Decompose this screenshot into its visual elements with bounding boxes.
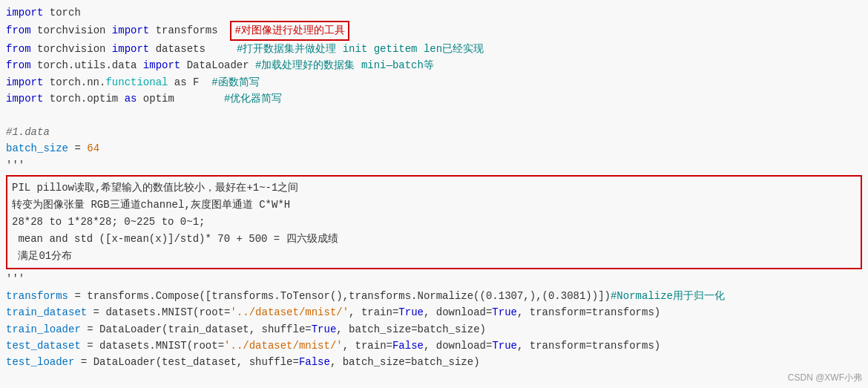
mod-optim: torch.optim xyxy=(50,91,125,107)
mod-functional: functional xyxy=(105,74,168,91)
eq4: = xyxy=(81,321,99,338)
mod-dataloader: DataLoader xyxy=(187,57,255,73)
docstring-line-5: 满足01分布 xyxy=(12,248,856,265)
triple-quote-open: ''' xyxy=(6,157,24,174)
code-line-comment-data: #1.data xyxy=(6,124,862,140)
module-torch: torch xyxy=(50,4,81,21)
code-line-2: from torchvision import transforms #对图像进… xyxy=(6,21,862,40)
kw-import3: import xyxy=(143,57,187,73)
kw-import5: import xyxy=(6,91,50,107)
docstring-line-2: 转变为图像张量 RGB三通道channel,灰度图单通道 C*W*H xyxy=(12,197,856,214)
code-line-batchsize: batch_size = 64 xyxy=(6,140,862,157)
transform-param: , transform=transforms) xyxy=(517,304,660,320)
kw-import2: import xyxy=(112,41,156,57)
code-line-3: from torchvision import datasets #打开数据集并… xyxy=(6,41,862,57)
docstring-line-4: mean and std ([x-mean(x)]/std)* 70 + 500… xyxy=(12,231,856,248)
dataloader-test: DataLoader(test_dataset, shuffle= xyxy=(93,354,299,370)
train-false-param: , train= xyxy=(343,338,392,354)
batch-size-param2: , batch_size=batch_size) xyxy=(330,354,480,370)
eq6: = xyxy=(74,354,93,370)
datasets-mnist-train: datasets.MNIST(root= xyxy=(105,304,230,320)
code-line-empty xyxy=(6,107,862,123)
transforms-compose: transforms.Compose([transforms.ToTensor(… xyxy=(87,288,611,304)
triple-quote-close: ''' xyxy=(6,271,24,287)
kw-false1: False xyxy=(392,338,424,354)
mod-transforms: transforms xyxy=(156,22,231,39)
equals-1: = xyxy=(68,140,87,157)
var-train-dataset: train_dataset xyxy=(6,304,87,320)
comment-1data: #1.data xyxy=(6,124,50,140)
mod-utils: torch.utils.data xyxy=(37,57,143,73)
kw-as: as xyxy=(125,91,143,107)
code-line-transforms-assign: transforms = transforms.Compose([transfo… xyxy=(6,288,862,304)
kw-import4: import xyxy=(6,74,50,91)
code-line-test-dataset: test_dataset = datasets.MNIST(root='../d… xyxy=(6,338,862,354)
download-param2: , download= xyxy=(424,338,492,354)
kw-true2: True xyxy=(492,304,517,320)
kw-from: from xyxy=(6,22,37,39)
code-line-1: import torch xyxy=(6,4,862,21)
mod-optim-alias: optim xyxy=(143,91,224,107)
transform-param2: , transform=transforms) xyxy=(517,338,660,354)
watermark: CSDN @XWF小弗 xyxy=(788,371,862,385)
code-container: import torch from torchvision import tra… xyxy=(0,0,868,388)
code-line-triple-close: ''' xyxy=(6,271,862,287)
var-batch-size: batch_size xyxy=(6,140,68,157)
str-mnist-path: '../dataset/mnist/' xyxy=(230,304,349,320)
docstring-block: PIL pillow读取,希望输入的数值比较小，最好在+1~-1之间 转变为图像… xyxy=(6,175,862,269)
code-line-train-dataset: train_dataset = datasets.MNIST(root='../… xyxy=(6,304,862,320)
batch-size-param: , batch_size=batch_size) xyxy=(336,321,486,338)
docstring-line-1: PIL pillow读取,希望输入的数值比较小，最好在+1~-1之间 xyxy=(12,180,856,197)
kw-from3: from xyxy=(6,57,37,73)
comment-transforms: #对图像进行处理的工具 xyxy=(230,21,349,40)
kw-true3: True xyxy=(312,321,337,338)
comment-normalize: #Normalize用于归一化 xyxy=(611,288,725,304)
comment-datasets: #打开数据集并做处理 init getitem len已经实现 xyxy=(230,41,484,57)
code-line-triple-open: ''' xyxy=(6,157,862,174)
var-train-loader: train_loader xyxy=(6,321,81,338)
datasets-mnist-test: datasets.MNIST(root= xyxy=(99,338,224,354)
eq5: = xyxy=(81,338,99,354)
num-64: 64 xyxy=(87,140,99,157)
eq2: = xyxy=(68,288,87,304)
keyword-import: import xyxy=(6,4,50,21)
code-line-test-loader: test_loader = DataLoader(test_dataset, s… xyxy=(6,354,862,370)
kw-from2: from xyxy=(6,41,37,57)
train-param: , train= xyxy=(349,304,398,320)
code-line-train-loader: train_loader = DataLoader(train_dataset,… xyxy=(6,321,862,338)
comment-functional: #函数简写 xyxy=(211,74,259,91)
kw-true4: True xyxy=(492,338,517,354)
comment-optim: #优化器简写 xyxy=(224,91,282,107)
code-line-4: from torch.utils.data import DataLoader … xyxy=(6,57,862,73)
download-param: , download= xyxy=(424,304,492,320)
code-line-6: import torch.optim as optim #优化器简写 xyxy=(6,91,862,107)
var-transforms: transforms xyxy=(6,288,68,304)
mod-datasets: datasets xyxy=(156,41,231,57)
var-test-loader: test_loader xyxy=(6,354,74,370)
code-line-5: import torch.nn.functional as F #函数简写 xyxy=(6,74,862,91)
var-test-dataset: test_dataset xyxy=(6,338,81,354)
kw-true1: True xyxy=(398,304,424,320)
dataloader-train: DataLoader(train_dataset, shuffle= xyxy=(99,321,312,338)
str-mnist-path2: '../dataset/mnist/' xyxy=(224,338,343,354)
kw-false2: False xyxy=(299,354,330,370)
comment-dataloader: #加载处理好的数据集 mini—batch等 xyxy=(255,57,434,73)
mod-nn: torch.nn. xyxy=(50,74,106,91)
mod-as-f: as F xyxy=(168,74,211,91)
eq3: = xyxy=(87,304,105,320)
kw-import: import xyxy=(112,22,156,39)
mod-torchvision2: torchvision xyxy=(37,41,112,57)
mod-torchvision: torchvision xyxy=(37,22,112,39)
docstring-line-3: 28*28 to 1*28*28; 0~225 to 0~1; xyxy=(12,214,856,231)
